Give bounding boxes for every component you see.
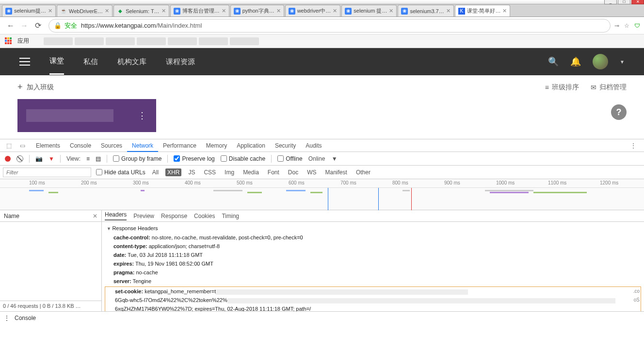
devtools-tab[interactable]: Elements — [31, 139, 65, 152]
sort-link[interactable]: ≡班级排序 — [545, 83, 579, 92]
devtools-tab[interactable]: Performance — [158, 139, 201, 152]
reload-button[interactable]: ⟳ — [31, 19, 45, 33]
devtools-tab[interactable]: Sources — [96, 139, 127, 152]
devtools-tab[interactable]: Audits — [301, 139, 326, 152]
bell-icon[interactable]: 🔔 — [570, 56, 581, 67]
devtools-tab[interactable]: Security — [270, 139, 301, 152]
user-menu-caret[interactable]: ▼ — [620, 59, 625, 65]
group-by-frame-checkbox[interactable]: Group by frame — [113, 155, 161, 162]
close-tab-icon[interactable]: ✕ — [105, 8, 109, 14]
close-tab-icon[interactable]: ✕ — [389, 8, 393, 14]
view-large-icon[interactable]: ▤ — [96, 155, 101, 162]
console-drawer-tab[interactable]: Console — [15, 315, 36, 321]
inspect-icon[interactable]: ⬚ — [4, 142, 14, 149]
devtools-tab[interactable]: Console — [65, 139, 96, 152]
filter-type-tab[interactable]: All — [150, 168, 161, 176]
close-tab-icon[interactable]: ✕ — [446, 8, 451, 14]
search-icon[interactable]: 🔍 — [548, 56, 559, 67]
detail-subtab[interactable]: Response — [161, 213, 187, 219]
browser-tab[interactable]: ☕WebDriverE…✕ — [57, 5, 113, 17]
apps-icon[interactable] — [5, 37, 13, 45]
apps-label[interactable]: 应用 — [17, 37, 29, 45]
network-timeline[interactable]: 100 ms200 ms300 ms400 ms500 ms600 ms700 … — [0, 179, 644, 210]
filter-type-tab[interactable]: WS — [305, 168, 318, 176]
close-tab-icon[interactable]: ✕ — [276, 8, 281, 14]
filter-type-tab[interactable]: Manifest — [323, 168, 349, 176]
clear-button[interactable] — [16, 155, 23, 162]
browser-tab[interactable]: ❀selenium3.7…✕ — [398, 5, 453, 17]
devtools-tab[interactable]: Memory — [201, 139, 232, 152]
help-button[interactable]: ? — [611, 104, 627, 120]
disable-cache-checkbox[interactable]: Disable cache — [221, 155, 265, 162]
back-button[interactable]: ← — [4, 19, 17, 33]
card-menu-icon[interactable]: ⋮ — [138, 110, 147, 121]
detail-subtab[interactable]: Preview — [133, 213, 154, 219]
browser-tab[interactable]: K课堂-简单好…✕ — [455, 5, 511, 17]
detail-subtab[interactable]: Timing — [222, 213, 239, 219]
drawer-menu-icon[interactable]: ⋮ — [4, 315, 10, 321]
browser-tab[interactable]: ◆Selenium: T…✕ — [113, 5, 169, 17]
filter-type-tab[interactable]: Other — [354, 168, 372, 176]
browser-tab[interactable]: ❀selenium 提…✕ — [341, 5, 397, 17]
nav-item[interactable]: 私信 — [83, 50, 98, 74]
tab-title: selenium提… — [14, 7, 46, 15]
devtools-more-icon[interactable]: ⋮ — [627, 142, 640, 149]
url-input[interactable]: 🔒 安全 https://www.ketangpai.com/Main/inde… — [48, 19, 611, 33]
page-header: 课堂私信机构文库课程资源 🔍 🔔 ▼ — [0, 48, 644, 75]
screenshot-icon[interactable]: 📷 — [35, 155, 43, 162]
tab-title: 课堂-简单好… — [467, 7, 501, 15]
close-tab-icon[interactable]: ✕ — [161, 8, 166, 14]
nav-item[interactable]: 机构文库 — [117, 50, 146, 74]
response-headers-section[interactable]: Response Headers — [107, 224, 641, 233]
close-details-icon[interactable]: ✕ — [93, 213, 97, 219]
offline-checkbox[interactable]: Offline — [277, 155, 302, 162]
browser-tab[interactable]: ❀python字典…✕ — [230, 5, 284, 17]
browser-tab[interactable]: ❀博客后台管理…✕ — [170, 5, 229, 17]
menu-icon[interactable] — [19, 58, 30, 66]
filter-type-tab[interactable]: CSS — [202, 168, 218, 176]
browser-tab[interactable]: ❀webdriver中…✕ — [285, 5, 341, 17]
filter-type-tab[interactable]: Media — [241, 168, 261, 176]
hide-data-urls-checkbox[interactable]: Hide data URLs — [96, 169, 145, 176]
record-button[interactable] — [5, 156, 11, 162]
throttle-select[interactable]: Online ▼ — [308, 155, 338, 162]
forward-button[interactable]: → — [17, 19, 31, 33]
class-card[interactable]: ⋮ — [17, 99, 156, 132]
network-filter-row: Hide data URLs AllXHRJSCSSImgMediaFontDo… — [0, 166, 644, 179]
nav-item[interactable]: 课堂 — [49, 49, 64, 75]
devtools-tab[interactable]: Network — [127, 139, 158, 152]
close-tab-icon[interactable]: ✕ — [333, 8, 337, 14]
star-icon[interactable]: ☆ — [624, 22, 629, 29]
filter-type-tab[interactable]: Img — [223, 168, 236, 176]
detail-subtab[interactable]: Headers — [105, 211, 127, 220]
shield-icon[interactable]: 🛡 — [634, 22, 640, 29]
devtools-tab[interactable]: Application — [232, 139, 270, 152]
view-list-icon[interactable]: ≡ — [86, 155, 90, 162]
filter-input[interactable] — [3, 168, 91, 177]
filter-type-tab[interactable]: JS — [186, 168, 197, 176]
nav-item[interactable]: 课程资源 — [166, 50, 195, 74]
close-tab-icon[interactable]: ✕ — [222, 8, 226, 14]
window-close[interactable]: ✕ — [631, 0, 644, 4]
window-max[interactable]: □ — [618, 0, 630, 4]
browser-tab[interactable]: ❀selenium提…✕ — [2, 5, 56, 17]
filter-type-tab[interactable]: Font — [266, 168, 281, 176]
archive-link[interactable]: ✉归档管理 — [591, 83, 627, 92]
page-body: + 加入班级 ≡班级排序 ✉归档管理 ⋮ ? — [0, 75, 644, 139]
avatar[interactable] — [593, 54, 608, 69]
detail-subtab[interactable]: Cookies — [194, 213, 215, 219]
tab-title: webdriver中… — [297, 7, 331, 15]
devtools-tabbar: ⬚ ▭ ElementsConsoleSourcesNetworkPerform… — [0, 139, 644, 152]
close-tab-icon[interactable]: ✕ — [48, 8, 52, 14]
device-icon[interactable]: ▭ — [17, 142, 27, 149]
filter-type-tab[interactable]: Doc — [286, 168, 300, 176]
join-class-button[interactable]: 加入班级 — [27, 83, 54, 92]
preserve-log-checkbox[interactable]: Preserve log — [174, 155, 214, 162]
key-icon[interactable]: ⊸ — [614, 22, 619, 29]
favicon: K — [458, 8, 465, 15]
filter-toggle-icon[interactable]: ▼ — [48, 155, 54, 162]
name-column-header[interactable]: Name — [4, 213, 19, 219]
filter-type-tab[interactable]: XHR — [165, 168, 181, 176]
close-tab-icon[interactable]: ✕ — [502, 8, 507, 14]
window-min[interactable]: _ — [604, 0, 617, 4]
